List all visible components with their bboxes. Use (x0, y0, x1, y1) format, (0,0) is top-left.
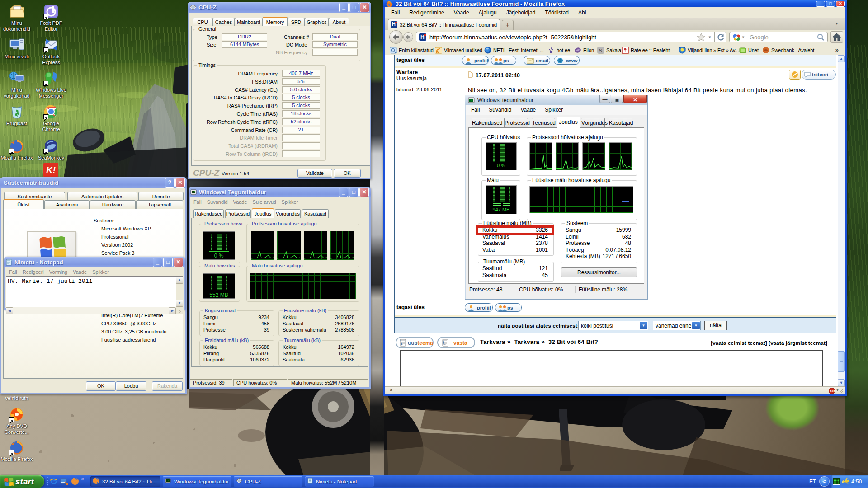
svg-text:S: S (599, 47, 602, 54)
